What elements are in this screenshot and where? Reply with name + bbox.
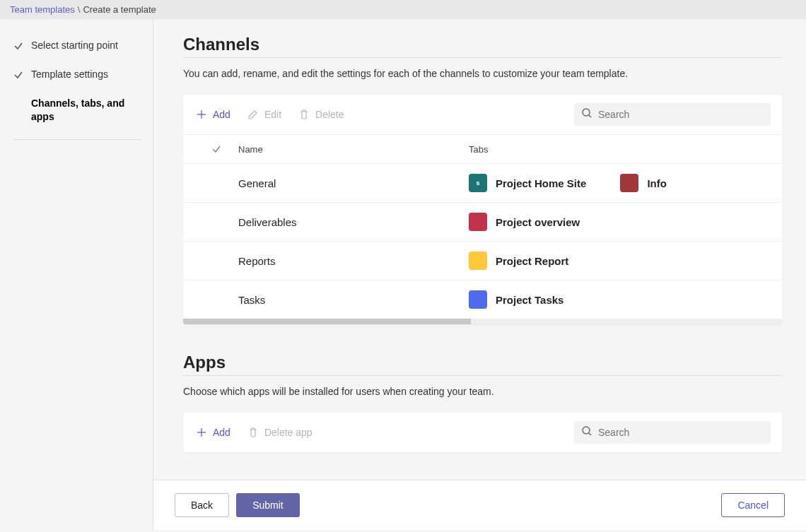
add-channel-label: Add xyxy=(213,109,230,120)
add-app-button[interactable]: Add xyxy=(194,424,232,441)
cancel-button[interactable]: Cancel xyxy=(721,493,785,517)
channel-row[interactable]: ReportsProject Report xyxy=(183,242,782,280)
apps-search-input[interactable] xyxy=(598,427,764,438)
checkmark-icon xyxy=(13,69,24,81)
wizard-step[interactable]: Template settings xyxy=(13,68,141,81)
channels-title: Channels xyxy=(183,35,782,54)
svg-line-7 xyxy=(589,433,591,435)
app-icon: s xyxy=(469,174,487,192)
sidebar-divider xyxy=(13,139,141,140)
apps-panel: Add Delete app xyxy=(183,413,782,452)
breadcrumb: Team templates \ Create a template xyxy=(0,0,806,19)
back-button[interactable]: Back xyxy=(175,493,229,517)
plus-icon xyxy=(196,109,207,120)
channels-search[interactable] xyxy=(574,103,771,126)
channels-toolbar: Add Edit Delete xyxy=(183,95,782,134)
svg-point-2 xyxy=(583,109,590,116)
app-icon xyxy=(469,213,487,231)
tab-item[interactable]: Project Report xyxy=(469,252,568,270)
tab-item[interactable]: Info xyxy=(620,174,667,192)
apps-description: Choose which apps will be installed for … xyxy=(183,386,782,397)
wizard-step[interactable]: Select starting point xyxy=(13,39,141,52)
search-icon xyxy=(581,107,592,122)
delete-channel-button[interactable]: Delete xyxy=(297,106,345,123)
edit-channel-button[interactable]: Edit xyxy=(246,106,283,123)
footer-bar: Back Submit Cancel xyxy=(153,480,806,530)
app-icon xyxy=(620,174,638,192)
channel-row[interactable]: TasksProject Tasks xyxy=(183,280,782,319)
apps-underline xyxy=(183,375,782,376)
pencil-icon xyxy=(247,109,259,120)
tab-label: Project Report xyxy=(496,255,568,267)
tab-item[interactable]: Project Tasks xyxy=(469,290,563,309)
trash-icon xyxy=(247,427,259,438)
channels-underline xyxy=(183,57,782,58)
channel-tabs-cell: Project Tasks xyxy=(469,290,771,309)
channel-name: Deliverables xyxy=(238,216,469,228)
channel-tabs-cell: sProject Home SiteInfo xyxy=(469,174,771,192)
wizard-step[interactable]: Channels, tabs, and apps xyxy=(13,97,141,124)
column-header-tabs[interactable]: Tabs xyxy=(469,144,771,155)
delete-app-label: Delete app xyxy=(264,427,313,438)
app-icon xyxy=(469,290,487,309)
channel-tabs-cell: Project Report xyxy=(469,252,771,270)
channel-row[interactable]: GeneralsProject Home SiteInfo xyxy=(183,164,782,203)
add-app-label: Add xyxy=(213,427,230,438)
edit-channel-label: Edit xyxy=(264,109,281,120)
tab-label: Project Tasks xyxy=(496,294,563,306)
breadcrumb-separator: \ xyxy=(78,4,81,15)
delete-channel-label: Delete xyxy=(315,109,344,120)
tab-label: Project Home Site xyxy=(496,177,586,189)
channel-tabs-cell: Project overview xyxy=(469,213,771,231)
apps-toolbar: Add Delete app xyxy=(183,413,782,452)
tab-label: Info xyxy=(647,177,667,189)
tab-item[interactable]: Project overview xyxy=(469,213,580,231)
horizontal-scrollbar[interactable] xyxy=(183,319,782,324)
breadcrumb-current: Create a template xyxy=(83,4,156,15)
main-content: Channels You can add, rename, and edit t… xyxy=(153,19,806,530)
delete-app-button[interactable]: Delete app xyxy=(246,424,314,441)
add-channel-button[interactable]: Add xyxy=(194,106,232,123)
channel-name: Reports xyxy=(238,255,469,267)
tab-label: Project overview xyxy=(496,216,580,228)
wizard-sidebar: Select starting point Template settings … xyxy=(0,19,153,530)
wizard-step-label: Channels, tabs, and apps xyxy=(31,97,141,124)
search-icon xyxy=(581,425,592,439)
channels-description: You can add, rename, and edit the settin… xyxy=(183,68,782,79)
channels-search-input[interactable] xyxy=(598,109,764,120)
wizard-step-label: Select starting point xyxy=(31,39,125,52)
select-all-checkbox[interactable] xyxy=(194,143,238,155)
apps-title: Apps xyxy=(183,353,782,372)
channels-table-header: Name Tabs xyxy=(183,134,782,164)
apps-search[interactable] xyxy=(574,421,771,444)
tab-item[interactable]: sProject Home Site xyxy=(469,174,586,192)
app-icon xyxy=(469,252,487,270)
svg-line-3 xyxy=(589,115,591,117)
checkmark-icon xyxy=(13,40,24,52)
column-header-name[interactable]: Name xyxy=(238,144,469,155)
trash-icon xyxy=(298,109,310,120)
submit-button[interactable]: Submit xyxy=(236,493,300,517)
plus-icon xyxy=(196,427,207,438)
channel-row[interactable]: DeliverablesProject overview xyxy=(183,203,782,242)
channel-name: Tasks xyxy=(238,294,469,306)
wizard-step-label: Template settings xyxy=(31,68,115,81)
breadcrumb-root-link[interactable]: Team templates xyxy=(10,4,75,15)
channels-panel: Add Edit Delete xyxy=(183,95,782,324)
channel-name: General xyxy=(238,177,469,189)
svg-point-6 xyxy=(583,427,590,434)
